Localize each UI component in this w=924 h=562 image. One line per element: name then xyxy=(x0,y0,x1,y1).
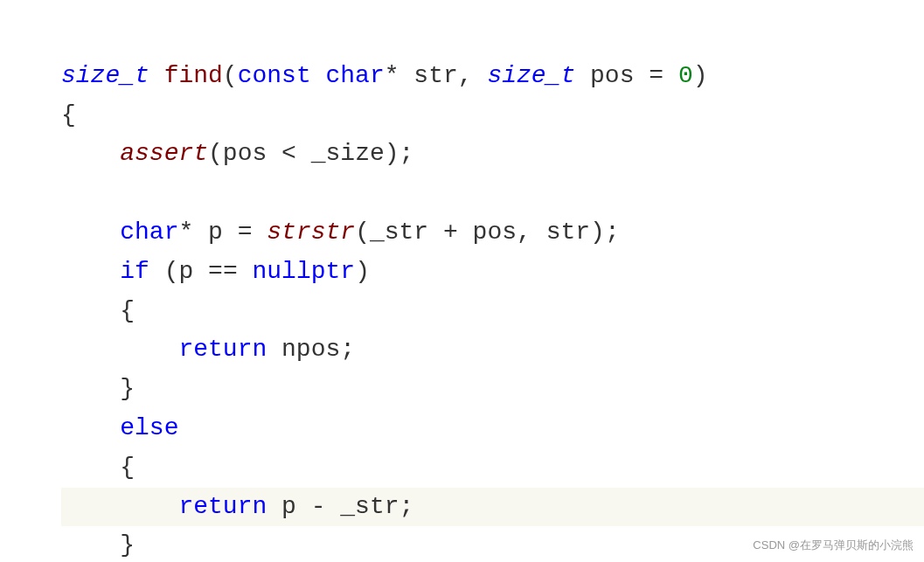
paren: ( xyxy=(355,219,370,246)
code-line-13: } xyxy=(61,531,135,559)
keyword: char xyxy=(326,62,385,89)
brace: } xyxy=(120,375,135,402)
identifier: p xyxy=(208,219,223,246)
code-line-2: { xyxy=(61,101,76,128)
type-keyword: size_t xyxy=(487,62,575,89)
identifier: pos xyxy=(223,140,267,167)
paren: ( xyxy=(164,258,179,285)
equals: = xyxy=(649,62,663,89)
paren: ( xyxy=(208,140,223,167)
type-keyword: size_t xyxy=(61,62,149,89)
param: str xyxy=(413,62,457,89)
identifier: p xyxy=(178,258,193,285)
operator: < xyxy=(281,140,296,167)
paren: ( xyxy=(223,62,238,89)
brace: { xyxy=(61,101,76,128)
star: * xyxy=(178,219,193,246)
comma: , xyxy=(517,219,531,246)
code-line-3: assert(pos < _size); xyxy=(61,140,413,167)
code-line-7: { xyxy=(61,297,135,324)
code-line-12-highlighted: return p - _str; xyxy=(61,488,924,527)
keyword: if xyxy=(120,258,149,285)
keyword: return xyxy=(178,493,267,520)
operator: == xyxy=(208,258,238,285)
watermark-text: CSDN @在罗马弹贝斯的小浣熊 xyxy=(753,537,914,555)
code-line-5: char* p = strstr(_str + pos, str); xyxy=(61,219,620,246)
code-line-1: size_t find(const char* str, size_t pos … xyxy=(61,62,708,89)
code-line-8: return npos; xyxy=(61,336,355,363)
keyword: return xyxy=(178,336,267,363)
brace: } xyxy=(120,531,135,559)
semicolon: ; xyxy=(399,493,414,520)
semicolon: ; xyxy=(399,140,414,167)
operator: + xyxy=(443,219,458,246)
keyword: else xyxy=(120,414,178,441)
code-line-11: { xyxy=(61,454,135,481)
semicolon: ; xyxy=(340,336,355,363)
identifier: _size xyxy=(311,140,385,167)
star: * xyxy=(385,62,399,89)
brace: { xyxy=(120,297,135,324)
paren: ) xyxy=(693,62,708,89)
paren: ) xyxy=(590,219,605,246)
identifier: str xyxy=(546,219,590,246)
keyword: nullptr xyxy=(253,258,356,285)
function-name: find xyxy=(164,62,223,89)
keyword: const xyxy=(238,62,311,89)
function-call: strstr xyxy=(267,219,355,246)
identifier: _str xyxy=(340,493,399,520)
code-line-9: } xyxy=(61,375,135,402)
brace: { xyxy=(120,454,135,481)
paren: ) xyxy=(355,258,370,285)
identifier: _str xyxy=(370,219,428,246)
code-line-10: else xyxy=(61,414,178,441)
comma: , xyxy=(458,62,473,89)
param: pos xyxy=(590,62,634,89)
identifier: npos xyxy=(281,336,340,363)
code-block: size_t find(const char* str, size_t pos … xyxy=(61,17,924,562)
semicolon: ; xyxy=(605,219,620,246)
operator: - xyxy=(311,493,326,520)
code-line-6: if (p == nullptr) xyxy=(61,258,370,285)
keyword: char xyxy=(120,219,178,246)
identifier: pos xyxy=(473,219,517,246)
identifier: p xyxy=(281,493,296,520)
function-call: assert xyxy=(120,140,208,167)
equals: = xyxy=(238,219,253,246)
number-literal: 0 xyxy=(678,62,693,89)
paren: ) xyxy=(385,140,399,167)
